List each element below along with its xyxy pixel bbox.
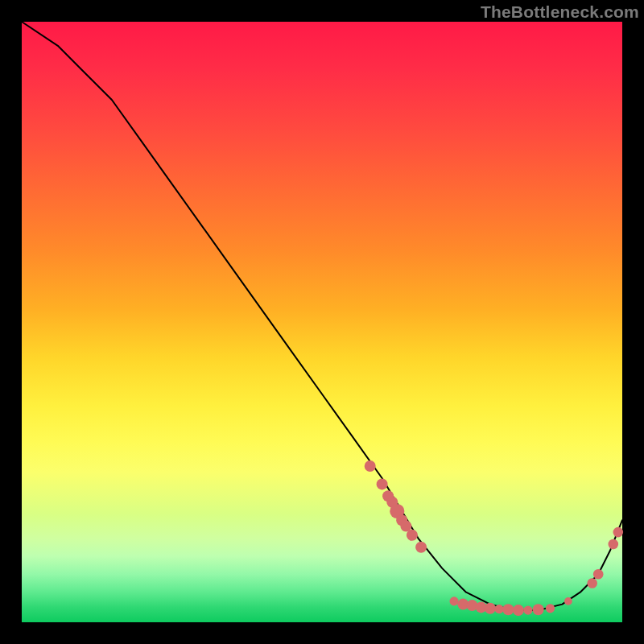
data-point <box>613 527 624 538</box>
data-point <box>587 578 597 588</box>
data-point <box>523 606 532 615</box>
data-point <box>450 597 459 605</box>
bottleneck-curve <box>22 22 622 610</box>
data-point <box>407 530 418 541</box>
data-point <box>485 603 496 614</box>
data-point <box>502 604 514 615</box>
data-point <box>415 542 427 553</box>
data-markers <box>365 460 623 616</box>
data-point <box>609 539 619 550</box>
data-point <box>377 478 388 489</box>
data-point <box>564 597 572 605</box>
data-point <box>513 605 524 616</box>
data-point <box>546 604 555 613</box>
data-point <box>495 605 504 613</box>
chart-stage: TheBottleneck.com <box>0 0 644 644</box>
watermark-text: TheBottleneck.com <box>481 2 639 22</box>
chart-overlay <box>22 22 622 622</box>
data-point <box>593 569 604 580</box>
data-point <box>365 460 376 472</box>
data-point <box>533 604 544 615</box>
